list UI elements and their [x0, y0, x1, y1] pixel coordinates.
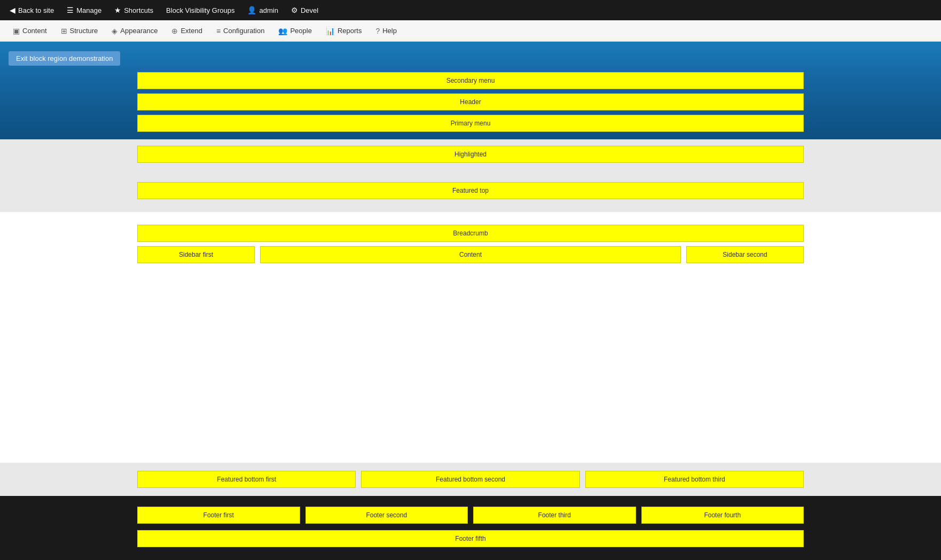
nav-content[interactable]: ▣ Content [6, 23, 53, 38]
nav-structure[interactable]: ⊞ Structure [54, 23, 105, 38]
exit-demo-label: Exit block region demonstration [16, 54, 113, 62]
content-icon: ▣ [13, 27, 20, 35]
featured-bottom-third-block[interactable]: Featured bottom third [585, 471, 804, 488]
arrow-left-icon: ◀ [10, 6, 15, 14]
extend-icon: ⊕ [171, 27, 178, 35]
featured-top-block[interactable]: Featured top [137, 182, 804, 199]
featured-bottom-second-block[interactable]: Featured bottom second [361, 471, 579, 488]
featured-top-inner: Featured top [129, 182, 812, 199]
reports-icon: 📊 [326, 27, 335, 35]
exit-demo-button[interactable]: Exit block region demonstration [9, 51, 120, 66]
nav-help[interactable]: ? Help [369, 23, 403, 38]
primary-menu-block[interactable]: Primary menu [137, 115, 804, 132]
people-icon: 👥 [278, 27, 287, 35]
header-region: Exit block region demonstration Secondar… [0, 42, 941, 139]
manage-button[interactable]: ☰ Manage [61, 3, 107, 17]
footer-inner: Footer first Footer second Footer third … [129, 507, 812, 547]
nav-extend[interactable]: ⊕ Extend [165, 23, 208, 38]
nav-reports[interactable]: 📊 Reports [319, 23, 368, 38]
footer-first-block[interactable]: Footer first [137, 507, 300, 524]
featured-bottom-first-block[interactable]: Featured bottom first [137, 471, 356, 488]
sidebar-first-block[interactable]: Sidebar first [137, 246, 255, 263]
gear-icon: ⚙ [291, 6, 298, 14]
secondary-nav: ▣ Content ⊞ Structure ◈ Appearance ⊕ Ext… [0, 20, 941, 42]
footer-four-col: Footer first Footer second Footer third … [137, 507, 804, 524]
structure-icon: ⊞ [61, 27, 67, 35]
sidebar-second-col: Sidebar second [686, 246, 804, 263]
devel-button[interactable]: ⚙ Devel [286, 3, 324, 17]
highlighted-inner: Highlighted [129, 146, 812, 163]
main-region: Breadcrumb Sidebar first Content Sidebar… [0, 212, 941, 463]
main-inner: Breadcrumb Sidebar first Content Sidebar… [129, 225, 812, 263]
menu-icon: ☰ [67, 6, 74, 14]
block-visibility-groups-button[interactable]: Block Visibility Groups [161, 4, 240, 17]
star-icon: ★ [114, 6, 121, 14]
highlighted-region: Highlighted [0, 139, 941, 169]
nav-appearance[interactable]: ◈ Appearance [105, 23, 164, 38]
footer-third-block[interactable]: Footer third [473, 507, 636, 524]
admin-toolbar: ◀ Back to site ☰ Manage ★ Shortcuts Bloc… [0, 0, 941, 20]
footer-fourth-block[interactable]: Footer fourth [641, 507, 804, 524]
nav-people[interactable]: 👥 People [272, 23, 318, 38]
exit-btn-container: Exit block region demonstration [0, 47, 941, 70]
sidebar-first-col: Sidebar first [137, 246, 255, 263]
footer-fifth-container: Footer fifth [137, 530, 804, 547]
page-wrapper: Exit block region demonstration Secondar… [0, 42, 941, 560]
sidebar-second-block[interactable]: Sidebar second [686, 246, 804, 263]
admin-button[interactable]: 👤 admin [242, 3, 283, 17]
shortcuts-button[interactable]: ★ Shortcuts [109, 3, 159, 17]
footer-region: Footer first Footer second Footer third … [0, 496, 941, 560]
featured-top-region: Featured top [0, 169, 941, 212]
help-icon: ? [375, 27, 380, 35]
footer-second-block[interactable]: Footer second [305, 507, 468, 524]
user-icon: 👤 [247, 6, 256, 14]
breadcrumb-block[interactable]: Breadcrumb [137, 225, 804, 242]
featured-bottom-region: Featured bottom first Featured bottom se… [0, 463, 941, 496]
secondary-menu-block[interactable]: Secondary menu [137, 72, 804, 89]
header-block[interactable]: Header [137, 93, 804, 111]
featured-bottom-three-col: Featured bottom first Featured bottom se… [137, 471, 804, 488]
footer-fifth-block[interactable]: Footer fifth [137, 530, 804, 547]
configuration-icon: ≡ [216, 27, 221, 35]
header-inner: Secondary menu Header Primary menu [129, 72, 812, 132]
main-three-col: Sidebar first Content Sidebar second [137, 246, 804, 263]
featured-bottom-inner: Featured bottom first Featured bottom se… [129, 471, 812, 488]
content-col: Content [260, 246, 681, 263]
appearance-icon: ◈ [112, 27, 117, 35]
back-to-site-button[interactable]: ◀ Back to site [4, 3, 59, 17]
nav-configuration[interactable]: ≡ Configuration [210, 23, 271, 38]
content-block[interactable]: Content [260, 246, 681, 263]
highlighted-block[interactable]: Highlighted [137, 146, 804, 163]
